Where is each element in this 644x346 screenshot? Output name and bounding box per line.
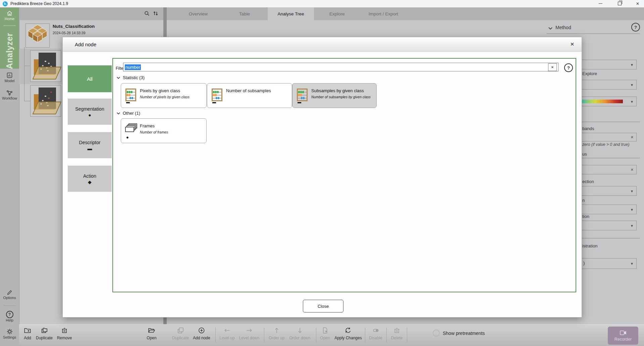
- tree-node-thumbnail[interactable]: [30, 85, 61, 117]
- sidebar: Home Analyzer Model Workflow Options: [0, 7, 19, 346]
- delete-node-button[interactable]: Delete: [391, 327, 403, 340]
- add-project-button[interactable]: Add: [24, 327, 32, 340]
- sidebar-item-help[interactable]: ? Help: [0, 311, 19, 322]
- clear-icon: ✕: [551, 65, 554, 69]
- show-pretreatments-radio[interactable]: [433, 330, 440, 337]
- selection-label-fragment: ection: [582, 179, 594, 184]
- titlebar: b. Prediktera Breeze Geo 2024.1.9 ✕: [0, 0, 644, 8]
- workflow-icon: [6, 89, 13, 96]
- rect-shape-icon: ▬: [298, 100, 301, 104]
- duplicate-project-button[interactable]: Duplicate: [36, 327, 53, 340]
- restore-button[interactable]: [614, 0, 625, 7]
- close-window-button[interactable]: ✕: [632, 0, 643, 7]
- category-segmentation-button[interactable]: Segmentation ●: [68, 99, 112, 125]
- project-thumbnail[interactable]: [25, 23, 50, 48]
- help-icon: ?: [6, 311, 13, 318]
- project-cubes-icon: [26, 25, 49, 46]
- filter-input-value: number: [125, 64, 141, 70]
- chevron-down-icon: ▼: [630, 189, 634, 193]
- video-camera-icon: [620, 330, 627, 336]
- order-up-button[interactable]: Order up: [269, 327, 284, 340]
- category-descriptor-button[interactable]: Descriptor ▬: [68, 132, 112, 158]
- sidebar-item-workflow[interactable]: Workflow: [0, 89, 19, 100]
- recorder-button[interactable]: Recorder: [608, 327, 638, 345]
- sort-icon[interactable]: [152, 10, 159, 17]
- chevron-down-icon: ▼: [630, 208, 634, 211]
- home-icon: [6, 10, 13, 17]
- label-fragment: us: [582, 152, 587, 157]
- show-pretreatments-label: Show pretreatments: [443, 331, 485, 336]
- category-action-button[interactable]: Action ◆: [68, 166, 112, 192]
- duplicate-node-button[interactable]: Duplicate: [172, 327, 189, 340]
- clear-icon[interactable]: ✕: [631, 168, 634, 172]
- sidebar-item-label: Settings: [0, 335, 19, 339]
- project-title[interactable]: Nuts_Classification: [53, 24, 95, 29]
- sidebar-item-options[interactable]: Options: [0, 289, 19, 300]
- search-icon[interactable]: [144, 10, 150, 17]
- open-node-button[interactable]: Open: [320, 327, 330, 340]
- folder-plus-icon: [24, 327, 32, 334]
- dialog-close-action-button[interactable]: Close: [303, 300, 343, 312]
- chevron-down-icon: ▼: [630, 100, 634, 103]
- abacus-icon: [211, 88, 223, 102]
- disable-button[interactable]: Disable: [369, 327, 382, 340]
- tab-strip: Overview Table Analyse Tree Explore Impo…: [167, 7, 644, 20]
- clear-icon[interactable]: ✕: [631, 135, 634, 139]
- gear-icon: [6, 328, 13, 335]
- sidebar-item-home[interactable]: Home: [0, 10, 19, 21]
- node-card-pixels-by-given-class[interactable]: Pixels by given class Number of pixels b…: [121, 83, 207, 108]
- trash-icon: [393, 327, 401, 334]
- add-node-button[interactable]: Add node: [193, 327, 210, 340]
- sidebar-item-model[interactable]: Model: [0, 72, 19, 83]
- arrow-up-icon: [273, 327, 280, 334]
- tab-analyse-tree[interactable]: Analyse Tree: [268, 7, 314, 20]
- sidebar-divider: [3, 305, 16, 306]
- bottom-toolbar: Add Duplicate Remove Open Duplicate: [19, 324, 644, 346]
- project-panel-header: [19, 7, 163, 20]
- open-folder-icon: [148, 327, 155, 334]
- tree-node-thumbnail[interactable]: [30, 50, 61, 82]
- divider: [547, 34, 640, 34]
- chevron-down-icon: ▼: [630, 224, 634, 227]
- minimize-icon: [599, 3, 602, 4]
- node-card-frames[interactable]: Frames Number of frames ●: [121, 118, 207, 143]
- dialog-close-button[interactable]: ✕: [568, 40, 577, 49]
- sidebar-item-label: Home: [0, 17, 19, 21]
- sidebar-item-analyzer[interactable]: Analyzer: [5, 33, 14, 69]
- tab-import-export[interactable]: Import / Export: [360, 7, 407, 20]
- section-header-other[interactable]: Other (1): [116, 111, 140, 116]
- chevron-down-icon[interactable]: [548, 27, 553, 30]
- minimize-button[interactable]: [595, 0, 606, 7]
- folder-front-graphic: [33, 67, 62, 79]
- sidebar-item-label: Workflow: [0, 96, 19, 100]
- toolbar-separator: [365, 328, 365, 342]
- folder-front-graphic: [33, 102, 62, 114]
- level-up-button[interactable]: Level up: [219, 327, 234, 340]
- sidebar-item-label: Help: [0, 318, 19, 322]
- method-help-icon[interactable]: ?: [631, 23, 640, 32]
- filter-clear-button[interactable]: ✕: [548, 63, 557, 71]
- add-node-icon: [198, 327, 205, 334]
- method-section-header[interactable]: Method: [555, 25, 571, 30]
- node-card-number-of-subsamples[interactable]: Number of subsamples ▬: [207, 83, 292, 108]
- chevron-down-icon: [116, 76, 120, 79]
- open-project-button[interactable]: Open: [147, 327, 156, 340]
- sidebar-item-settings[interactable]: Settings: [0, 328, 19, 339]
- order-down-button[interactable]: Order down: [289, 327, 311, 340]
- zero-note-fragment: zero (if value > 0 and true): [582, 142, 629, 147]
- tab-table[interactable]: Table: [221, 7, 268, 20]
- tab-explore[interactable]: Explore: [314, 7, 360, 20]
- category-all-button[interactable]: All: [68, 65, 112, 92]
- filter-help-icon[interactable]: ?: [564, 63, 573, 72]
- filter-input[interactable]: number: [123, 63, 558, 71]
- level-down-button[interactable]: Level down: [239, 327, 260, 340]
- tab-overview[interactable]: Overview: [175, 7, 221, 20]
- remove-project-button[interactable]: Remove: [57, 327, 72, 340]
- section-header-statistic[interactable]: Statistic (3): [116, 75, 145, 80]
- project-date: 2024-05-28 14:33:39: [53, 31, 86, 35]
- dialog-titlebar[interactable]: Add node ✕: [63, 37, 582, 52]
- sidebar-item-label: Options: [0, 296, 19, 300]
- node-card-subsamples-by-given-class[interactable]: Subsamples by given class Number of subs…: [292, 83, 377, 108]
- apply-changes-button[interactable]: Apply Changes: [334, 327, 362, 340]
- tree-connector: [24, 47, 24, 101]
